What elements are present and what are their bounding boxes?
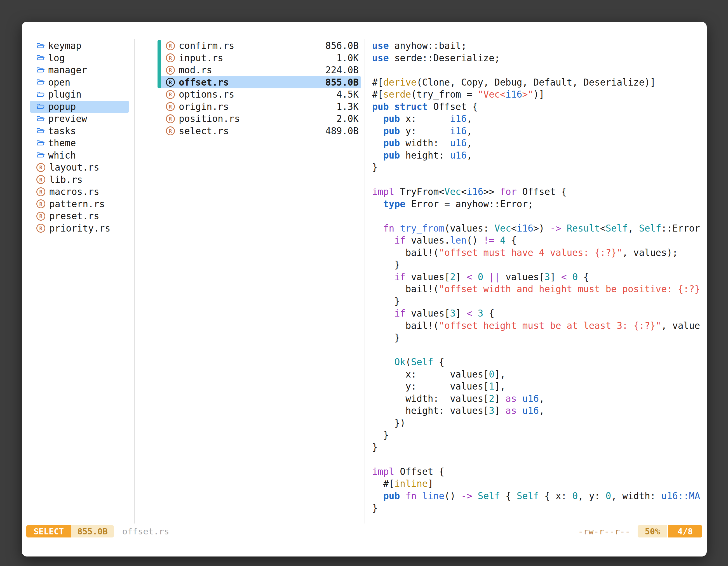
sidebar-item-label: preset.rs xyxy=(49,211,99,222)
code-line: if values[2] < 0 || values[3] < 0 { xyxy=(372,271,707,283)
sidebar-item-label: log xyxy=(48,53,65,64)
code-line: } xyxy=(372,502,707,514)
file-size: 4.5K xyxy=(337,89,359,100)
code-line xyxy=(372,344,707,356)
sidebar-item-popup[interactable]: popup xyxy=(30,101,129,113)
file-size-badge: 855.0B xyxy=(71,525,114,537)
sidebar-item-manager[interactable]: manager xyxy=(30,64,129,76)
file-row-origin-rs[interactable]: origin.rs1.3K xyxy=(158,101,361,113)
mode-badge: SELECT xyxy=(26,525,71,537)
sidebar-item-label: layout.rs xyxy=(49,162,99,173)
code-line: pub x: i16, xyxy=(372,113,707,125)
folder-icon xyxy=(36,152,45,159)
code-line: } xyxy=(372,441,707,454)
sidebar-item-open[interactable]: open xyxy=(30,76,129,89)
file-name: mod.rs xyxy=(179,65,212,76)
code-line: fn try_from(values: Vec<i16>) -> Result<… xyxy=(372,222,707,235)
rust-file-icon xyxy=(166,78,175,87)
sidebar-item-pattern-rs[interactable]: pattern.rs xyxy=(30,198,129,210)
file-size: 1.0K xyxy=(337,53,359,64)
file-size: 1.3K xyxy=(337,101,359,112)
sidebar-item-macros-rs[interactable]: macros.rs xyxy=(30,186,129,198)
code-line: pub y: i16, xyxy=(372,125,707,137)
file-name: options.rs xyxy=(179,89,234,100)
sidebar-item-lib-rs[interactable]: lib.rs xyxy=(30,174,129,186)
folder-icon xyxy=(36,115,45,123)
code-line: } xyxy=(372,161,707,174)
sidebar-item-preview[interactable]: preview xyxy=(30,113,129,125)
code-line: if values[3] < 3 { xyxy=(372,307,707,319)
code-line: } xyxy=(372,259,707,271)
code-line xyxy=(372,210,707,222)
file-row-select-rs[interactable]: select.rs489.0B xyxy=(158,125,361,137)
file-name: input.rs xyxy=(179,53,223,64)
file-row-position-rs[interactable]: position.rs2.0K xyxy=(158,113,361,125)
parent-directory-pane: keymaplogmanageropenpluginpopuppreviewta… xyxy=(26,40,134,234)
code-line xyxy=(372,64,707,76)
code-line: impl Offset { xyxy=(372,466,707,478)
sidebar-item-which[interactable]: which xyxy=(30,149,129,162)
pane-divider-left xyxy=(134,39,135,523)
code-line: } xyxy=(372,429,707,441)
rust-file-icon xyxy=(166,102,175,111)
sidebar-item-priority-rs[interactable]: priority.rs xyxy=(30,222,129,235)
code-line: use anyhow::bail; xyxy=(372,40,707,52)
code-line: pub fn line() -> Self { Self { x: 0, y: … xyxy=(372,490,707,502)
code-line: #[derive(Clone, Copy, Debug, Default, De… xyxy=(372,76,707,89)
sidebar-item-label: open xyxy=(48,77,70,88)
sidebar-item-log[interactable]: log xyxy=(30,52,129,64)
file-row-offset-rs[interactable]: offset.rs855.0B xyxy=(158,76,361,89)
code-line: use serde::Deserialize; xyxy=(372,52,707,64)
file-name: offset.rs xyxy=(179,77,229,88)
sidebar-item-label: lib.rs xyxy=(49,174,83,185)
code-line: type Error = anyhow::Error; xyxy=(372,198,707,210)
sidebar-item-keymap[interactable]: keymap xyxy=(30,40,129,52)
current-directory-pane: confirm.rs856.0Binput.rs1.0Kmod.rs224.0B… xyxy=(158,40,361,137)
folder-icon xyxy=(36,67,45,74)
code-line xyxy=(372,174,707,186)
folder-icon xyxy=(36,103,45,110)
sidebar-item-label: priority.rs xyxy=(49,223,111,234)
code-line: width: values[2] as u16, xyxy=(372,393,707,405)
rust-file-icon xyxy=(36,224,45,233)
file-size: 856.0B xyxy=(325,40,359,51)
code-line: }) xyxy=(372,417,707,429)
status-bar-right: -rw-r--r-- 50% 4/8 xyxy=(578,525,702,537)
sidebar-item-plugin[interactable]: plugin xyxy=(30,88,129,101)
file-manager-window: keymaplogmanageropenpluginpopuppreviewta… xyxy=(22,22,707,556)
status-filename: offset.rs xyxy=(122,526,169,536)
folder-icon xyxy=(36,79,45,86)
sidebar-item-theme[interactable]: theme xyxy=(30,137,129,149)
sidebar-item-preset-rs[interactable]: preset.rs xyxy=(30,210,129,222)
file-row-confirm-rs[interactable]: confirm.rs856.0B xyxy=(158,40,361,52)
code-line: pub height: u16, xyxy=(372,149,707,162)
file-name: origin.rs xyxy=(179,101,229,112)
folder-icon xyxy=(36,140,45,147)
file-name: position.rs xyxy=(179,113,240,124)
file-row-input-rs[interactable]: input.rs1.0K xyxy=(158,52,361,64)
rust-file-icon xyxy=(36,212,45,221)
folder-icon xyxy=(36,42,45,50)
file-row-options-rs[interactable]: options.rs4.5K xyxy=(158,88,361,101)
sidebar-item-tasks[interactable]: tasks xyxy=(30,125,129,137)
sidebar-item-label: macros.rs xyxy=(49,186,99,197)
code-line: bail!("offset width and height must be p… xyxy=(372,283,707,295)
sidebar-item-layout-rs[interactable]: layout.rs xyxy=(30,161,129,174)
code-line: #[inline] xyxy=(372,478,707,490)
file-name: select.rs xyxy=(179,126,229,137)
rust-file-icon xyxy=(166,114,175,123)
code-line xyxy=(372,453,707,466)
scrollbar[interactable] xyxy=(158,40,161,88)
file-permissions: -rw-r--r-- xyxy=(578,526,630,536)
code-line: pub struct Offset { xyxy=(372,101,707,113)
sidebar-item-label: plugin xyxy=(48,89,81,100)
code-line: } xyxy=(372,295,707,307)
code-line: pub width: u16, xyxy=(372,137,707,149)
rust-file-icon xyxy=(166,53,175,62)
file-size: 2.0K xyxy=(337,113,359,124)
rust-file-icon xyxy=(36,175,45,184)
sidebar-item-label: pattern.rs xyxy=(49,199,105,210)
file-row-mod-rs[interactable]: mod.rs224.0B xyxy=(158,64,361,76)
sidebar-item-label: keymap xyxy=(48,40,81,51)
file-row-list: confirm.rs856.0Binput.rs1.0Kmod.rs224.0B… xyxy=(158,40,361,137)
